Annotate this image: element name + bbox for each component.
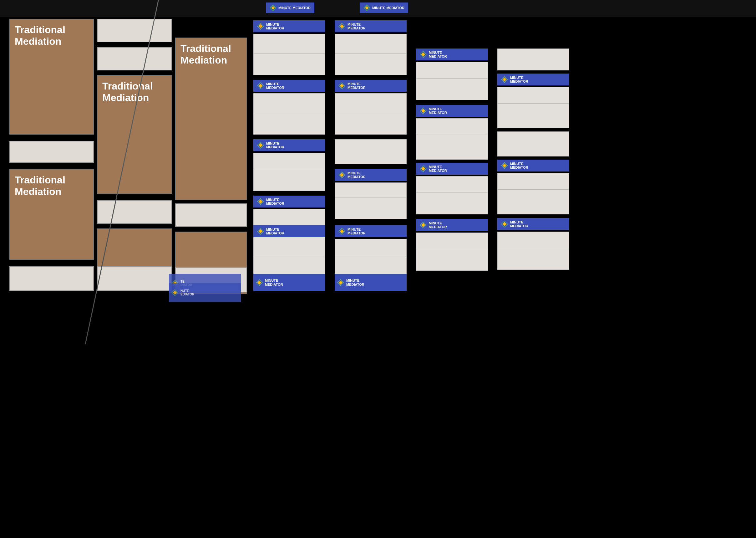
mm-partial-text-right-2: MINUTEMEDIATOR <box>346 279 364 286</box>
top-mm-logo-1: MINUTE MEDIATOR <box>266 3 314 13</box>
mm-block-r6c1: MINUTEMEDIATOR <box>253 225 325 259</box>
svg-marker-23 <box>340 229 344 234</box>
svg-marker-35 <box>503 164 507 168</box>
mm-text-2: MINUTE MEDIATOR <box>372 6 404 10</box>
mm-header-r6c2: MINUTEMEDIATOR <box>335 225 406 237</box>
mm-header-far2-r1c2: MINUTEMEDIATOR <box>497 74 569 85</box>
gray-far2-r1c1 <box>497 48 569 71</box>
mm-text-r3c1: MINUTEMEDIATOR <box>266 141 284 149</box>
mm-logo-icon-r6c1 <box>257 228 264 235</box>
svg-marker-27 <box>421 109 425 113</box>
mm-partial-right-1: MINUTEMEDIATOR <box>253 274 325 291</box>
gray-spacer-r1c2 <box>335 53 406 75</box>
mm-header-r4c2: MINUTEMEDIATOR <box>335 169 406 181</box>
svg-marker-13 <box>340 84 344 88</box>
mm-logo-text-2: MINUTEMEDIATOR <box>348 23 366 30</box>
mm-block-r1c1: MINUTEMEDIATOR <box>253 20 325 54</box>
svg-marker-31 <box>421 223 425 227</box>
svg-marker-19 <box>259 200 263 204</box>
mm-block-r2c2: MINUTEMEDIATOR <box>335 80 406 114</box>
mm-header-r5c1: MINUTEMEDIATOR <box>253 195 325 207</box>
mm-header-far-r4c1: MINUTEMEDIATOR <box>416 219 488 231</box>
svg-marker-43 <box>258 280 261 285</box>
svg-marker-33 <box>503 78 507 82</box>
svg-marker-29 <box>421 167 425 171</box>
mm-partial-bottom-2: NUTEEDIATOR <box>169 283 241 302</box>
gray-far2-r3c1 <box>497 132 569 156</box>
bottom-section <box>0 294 756 538</box>
gray-far-r1c1-b <box>416 78 488 100</box>
mm-text-r2c1: MINUTEMEDIATOR <box>266 82 284 89</box>
mm-text-far2-r4c1: MINUTEMEDIATOR <box>510 220 528 228</box>
mm-block-r5c1: MINUTEMEDIATOR <box>253 195 325 229</box>
mm-text: MINUTE MEDIATOR <box>278 6 310 10</box>
mm-text-r2c2: MINUTEMEDIATOR <box>348 82 366 89</box>
main-container: MINUTE MEDIATOR MINUTE MEDIATOR Traditio… <box>0 0 756 538</box>
mm-header-far2-r3c1: MINUTEMEDIATOR <box>497 160 569 172</box>
mm-header-r1c1: MINUTEMEDIATOR <box>253 20 325 32</box>
svg-marker-37 <box>503 222 507 226</box>
trad-spacer-col2-2 <box>97 47 172 71</box>
mm-header-far-r2c1: MINUTEMEDIATOR <box>416 105 488 117</box>
mm-block-far-r4c1: MINUTEMEDIATOR <box>416 219 488 253</box>
gray-far2-r5c1 <box>497 248 569 270</box>
gray-far2-r2c1 <box>497 103 569 128</box>
gray-far-r3c1-b <box>416 192 488 214</box>
mm-content-r1c1 <box>253 34 325 54</box>
mm-logo-icon-r2c2 <box>338 82 345 89</box>
mm-header-far-r1c1: MINUTEMEDIATOR <box>416 48 488 60</box>
mm-logo-icon <box>257 23 264 30</box>
mm-header-r6c1: MINUTEMEDIATOR <box>253 225 325 237</box>
mm-icon-2 <box>363 4 370 11</box>
mm-logo-icon-r4c2 <box>338 172 345 178</box>
trad-title-4: Traditional Mediation <box>176 38 247 71</box>
trad-spacer-col1-2 <box>9 266 94 291</box>
mm-header-far-r3c1: MINUTEMEDIATOR <box>416 163 488 175</box>
mm-block-far2-r4c1: MINUTEMEDIATOR <box>497 218 569 252</box>
gray-spacer-r2c2 <box>335 113 406 134</box>
mm-icon <box>270 4 276 11</box>
mm-content-r1c2 <box>335 34 406 54</box>
mm-header-r2c2: MINUTEMEDIATOR <box>335 80 406 92</box>
top-bar: MINUTE MEDIATOR MINUTE MEDIATOR <box>0 0 756 17</box>
mm-header-far2-r4c1: MINUTEMEDIATOR <box>497 218 569 230</box>
mm-content-r6c2 <box>335 239 406 259</box>
gray-spacer-r2c1 <box>253 113 325 134</box>
mm-header-r3c1: MINUTEMEDIATOR <box>253 139 325 151</box>
gray-spacer-r3c1-b <box>253 169 325 191</box>
mm-logo-icon-r2c1 <box>257 82 264 89</box>
mm-block-r6c2: MINUTEMEDIATOR <box>335 225 406 259</box>
mm-content-r6c1 <box>253 239 325 259</box>
top-mm-logo-2: MINUTE MEDIATOR <box>360 3 408 13</box>
mm-text-r6c2: MINUTEMEDIATOR <box>348 228 366 235</box>
svg-marker-11 <box>259 84 263 88</box>
mm-logo-icon-far2-r4c1 <box>501 221 508 228</box>
mm-block-far-r3c1: MINUTEMEDIATOR <box>416 163 488 196</box>
mm-logo-icon-far-r4c1 <box>420 222 427 229</box>
mm-block-far2-r1c2: MINUTEMEDIATOR <box>497 74 569 107</box>
trad-block-col3-main: Traditional Mediation <box>175 37 247 200</box>
mm-text-r5c1: MINUTEMEDIATOR <box>266 198 284 205</box>
mm-text-r4c2: MINUTEMEDIATOR <box>348 171 366 179</box>
svg-marker-45 <box>339 280 343 285</box>
mm-block-r3c1: MINUTEMEDIATOR <box>253 139 325 173</box>
svg-marker-25 <box>421 53 425 57</box>
mm-text-far-r2c1: MINUTEMEDIATOR <box>429 107 447 115</box>
gray-spacer-r4c2-b <box>335 197 406 219</box>
svg-marker-1 <box>271 6 275 10</box>
svg-marker-15 <box>259 143 263 147</box>
mm-logo-text: MINUTEMEDIATOR <box>266 23 284 30</box>
mm-header-r1c2: MINUTEMEDIATOR <box>335 20 406 32</box>
mm-partial-text-right-1: MINUTEMEDIATOR <box>265 279 283 286</box>
trad-spacer-col1-1 <box>9 141 94 163</box>
mm-logo-icon-far-r3c1 <box>420 165 427 172</box>
mm-logo-icon-r3c1 <box>257 142 264 149</box>
mm-logo-icon-far2-r1c2 <box>501 76 508 83</box>
mm-text-far-r1c1: MINUTEMEDIATOR <box>429 51 447 58</box>
mm-text-far-r3c1: MINUTEMEDIATOR <box>429 165 447 173</box>
mm-partial-text-2: NUTEEDIATOR <box>180 289 194 296</box>
mm-logo-icon-far-r1c1 <box>420 51 427 58</box>
trad-block-col1-main: Traditional Mediation <box>9 19 94 134</box>
trad-block-col2-main: Traditional Mediation <box>97 75 172 194</box>
svg-marker-41 <box>173 291 177 295</box>
